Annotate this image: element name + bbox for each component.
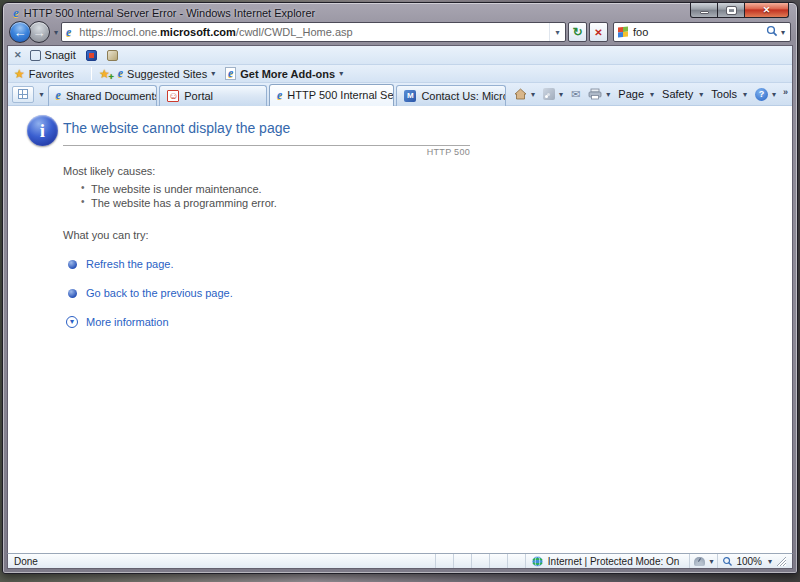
bullet-icon <box>68 260 77 269</box>
browser-window: e HTTP 500 Internal Server Error - Windo… <box>2 2 798 574</box>
help-menu-button[interactable]: ? ▾ <box>752 85 779 104</box>
snagit-toolbar: ✕ Snagit <box>8 46 792 65</box>
zoom-control[interactable]: 100% ▾ <box>717 554 790 568</box>
cause-item: The website has a programming error. <box>81 197 488 209</box>
printer-icon <box>588 88 602 100</box>
zone-label: Internet | Protected Mode: On <box>548 556 680 567</box>
more-information-link[interactable]: More information <box>86 316 169 328</box>
snagit-settings-icon[interactable] <box>107 50 118 61</box>
action-refresh: Refresh the page. <box>68 258 488 270</box>
http-status-code: HTTP 500 <box>63 147 470 157</box>
tab-list-dropdown-button[interactable]: ▾ <box>40 90 44 99</box>
window-title: HTTP 500 Internal Server Error - Windows… <box>24 7 315 19</box>
expand-down-icon[interactable]: ▾ <box>66 316 78 328</box>
minimize-icon <box>700 11 709 14</box>
close-button[interactable]: ✕ <box>745 3 789 18</box>
zoom-level: 100% <box>736 556 762 567</box>
get-more-addons-button[interactable]: e Get More Add-ons ▾ <box>225 67 343 80</box>
chevron-down-icon: ▾ <box>743 90 747 99</box>
tab-shared-documents[interactable]: e Shared Documents <box>48 85 158 106</box>
tab-http-500-active[interactable]: e HTTP 500 Internal Serv... ✕ <box>269 84 394 106</box>
resize-grip[interactable] <box>776 556 786 566</box>
tab-label: Contact Us: Microsoft Trai... <box>421 90 506 102</box>
quick-tabs-icon <box>18 89 28 99</box>
add-favorite-button[interactable]: ★ <box>99 67 110 81</box>
print-button[interactable]: ▾ <box>585 85 613 104</box>
address-dropdown-button[interactable]: ▾ <box>549 23 565 41</box>
feeds-button[interactable]: ▾ <box>540 85 566 104</box>
suggested-sites-button[interactable]: e Suggested Sites ▾ <box>118 66 215 81</box>
forward-arrow-icon: → <box>33 26 46 39</box>
title-bar: e HTTP 500 Internal Server Error - Windo… <box>7 3 793 20</box>
chevron-down-icon: ▾ <box>768 557 772 566</box>
tab-label: Portal <box>184 90 213 102</box>
close-icon: ✕ <box>763 5 771 15</box>
browser-chrome: ✕ Snagit ★ Favorites ★ e Suggested Sites… <box>7 45 793 106</box>
chevron-down-icon: ▾ <box>772 90 776 99</box>
command-bar: ▾ ▾ ✉ ▾ Page ▾ <box>511 85 788 104</box>
get-more-addons-label: Get More Add-ons <box>240 68 335 80</box>
security-zone[interactable]: Internet | Protected Mode: On <box>525 554 690 568</box>
navigation-bar: ← → ▾ e https://mocl.one.microsoft.com/c… <box>7 20 793 45</box>
go-back-link[interactable]: Go back to the previous page. <box>86 287 233 299</box>
back-button[interactable]: ← <box>9 21 31 43</box>
safety-menu-label: Safety <box>662 88 693 100</box>
page-menu-label: Page <box>618 88 644 100</box>
action-more-info: ▾ More information <box>68 316 488 328</box>
chevron-down-icon: ▾ <box>339 69 343 78</box>
chevron-down-icon: ▾ <box>699 90 703 99</box>
chevron-down-icon: ▾ <box>211 69 215 78</box>
tab-portal[interactable]: ☺ Portal <box>159 85 267 106</box>
url-text[interactable]: https://mocl.one.microsoft.com/cwdl/CWDL… <box>79 26 549 38</box>
forward-button[interactable]: → <box>28 21 50 43</box>
inprivate-filter-button[interactable]: ▾ <box>689 554 717 568</box>
read-mail-button[interactable]: ✉ <box>568 85 583 104</box>
causes-title: Most likely causes: <box>63 165 488 177</box>
favorites-bar: ★ Favorites ★ e Suggested Sites ▾ e Get … <box>8 65 792 83</box>
minimize-button[interactable] <box>690 3 718 18</box>
search-magnifier-icon[interactable] <box>766 23 778 41</box>
favorites-label: Favorites <box>29 68 74 80</box>
ie-icon: e <box>277 88 282 103</box>
tab-contact-us[interactable]: M Contact Us: Microsoft Trai... <box>396 85 506 106</box>
divider <box>63 145 470 146</box>
causes-list: The website is under maintenance. The we… <box>81 183 488 209</box>
chevron-down-icon: ▾ <box>531 90 535 99</box>
ie-logo-icon: e <box>13 7 19 18</box>
window-controls: ✕ <box>690 3 789 18</box>
history-dropdown-button[interactable]: ▾ <box>54 28 58 37</box>
toolbar-overflow-button[interactable]: » <box>783 87 788 97</box>
search-dropdown-button[interactable]: ▾ <box>781 28 785 37</box>
tab-bar: ▾ e Shared Documents ☺ Portal e HTTP 500… <box>8 83 792 106</box>
maximize-icon <box>727 7 736 14</box>
refresh-icon: ↻ <box>572 25 582 39</box>
back-arrow-icon: ← <box>14 26 27 39</box>
home-button[interactable]: ▾ <box>511 85 538 104</box>
rss-icon <box>543 88 555 100</box>
info-icon: i <box>27 115 58 146</box>
chevron-down-icon: ▾ <box>709 557 713 566</box>
tools-menu-button[interactable]: Tools ▾ <box>708 85 750 104</box>
favorites-button[interactable]: ★ Favorites <box>14 67 74 81</box>
quick-tabs-button[interactable] <box>12 86 34 103</box>
safety-menu-button[interactable]: Safety ▾ <box>659 85 706 104</box>
snagit-capture-icon[interactable] <box>86 50 97 61</box>
suggested-sites-label: Suggested Sites <box>127 68 207 80</box>
search-provider-icon <box>618 26 628 37</box>
stop-icon: ✕ <box>594 27 602 38</box>
page-menu-button[interactable]: Page ▾ <box>615 85 657 104</box>
close-toolbar-button[interactable]: ✕ <box>14 50 22 60</box>
snagit-label: Snagit <box>45 49 76 61</box>
stop-button[interactable]: ✕ <box>589 22 608 42</box>
page-favicon: e <box>66 25 71 40</box>
maximize-button[interactable] <box>718 3 745 18</box>
tab-label: Shared Documents <box>66 90 157 102</box>
cause-item: The website is under maintenance. <box>81 183 488 195</box>
refresh-button[interactable]: ↻ <box>568 22 587 42</box>
address-bar[interactable]: e https://mocl.one.microsoft.com/cwdl/CW… <box>61 22 566 42</box>
desktop: e HTTP 500 Internal Server Error - Windo… <box>0 0 800 582</box>
contact-favicon: M <box>404 90 416 102</box>
search-box[interactable]: foo ▾ <box>613 22 791 42</box>
refresh-page-link[interactable]: Refresh the page. <box>86 258 173 270</box>
search-input[interactable]: foo <box>633 26 766 38</box>
